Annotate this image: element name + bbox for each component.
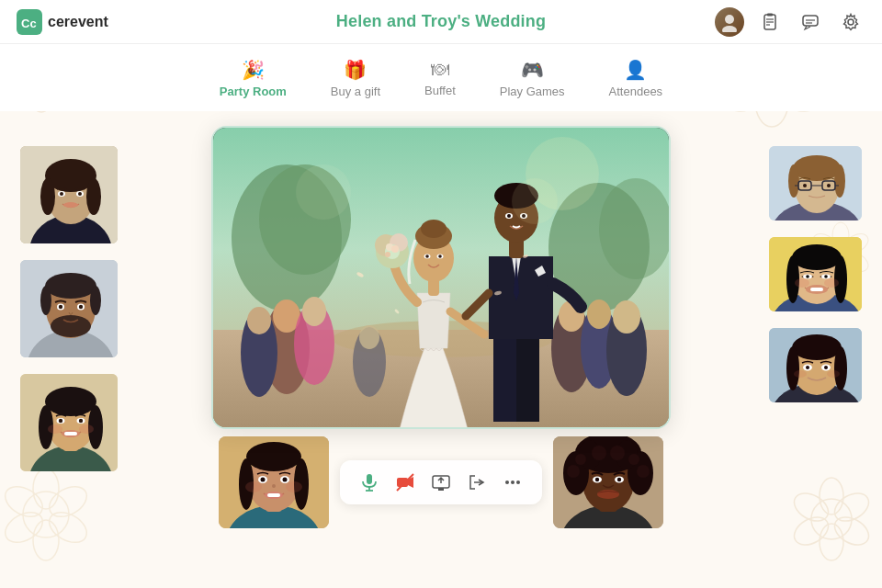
wedding-scene	[213, 128, 671, 429]
attendee-thumb-2[interactable]	[18, 258, 119, 359]
svg-rect-126	[493, 334, 516, 422]
svg-point-188	[595, 478, 599, 481]
svg-point-114	[421, 220, 447, 238]
buffet-label: Buffet	[424, 84, 456, 97]
main-content	[0, 111, 882, 588]
svg-point-98	[302, 297, 326, 326]
svg-point-66	[90, 286, 101, 315]
chat-icon	[801, 13, 820, 31]
event-title: Helen and Troy's Wedding	[336, 12, 546, 31]
svg-rect-38	[767, 13, 773, 16]
svg-point-154	[272, 484, 276, 488]
share-screen-button[interactable]	[430, 468, 451, 497]
attendee-thumb-right-3[interactable]	[767, 326, 864, 404]
svg-point-205	[827, 184, 831, 187]
svg-point-168	[511, 481, 514, 484]
settings-icon	[842, 13, 860, 31]
svg-point-82	[59, 419, 62, 423]
svg-point-71	[79, 305, 83, 309]
svg-point-124	[391, 245, 399, 253]
more-options-button[interactable]	[503, 468, 524, 497]
svg-point-64	[45, 273, 96, 299]
svg-point-167	[505, 481, 509, 484]
attendee-thumb-3[interactable]	[18, 372, 119, 473]
svg-point-70	[59, 305, 62, 309]
gift-label: Buy a gift	[331, 85, 380, 98]
svg-rect-85	[64, 432, 77, 435]
svg-point-125	[385, 252, 390, 257]
svg-point-204	[803, 184, 807, 187]
video-controls	[340, 460, 542, 504]
svg-point-104	[587, 300, 611, 329]
tab-buffet[interactable]: 🍽 Buffet	[417, 55, 463, 102]
svg-rect-156	[267, 493, 280, 497]
svg-point-217	[824, 275, 828, 278]
svg-point-136	[512, 178, 558, 224]
navigation-tabs: 🎉 Party Room 🎁 Buy a gift 🍽 Buffet 🎮 Pla…	[0, 44, 882, 111]
video-toggle-button[interactable]	[394, 468, 415, 497]
attendee-thumb-1[interactable]	[18, 144, 119, 245]
svg-point-133	[507, 214, 511, 218]
chat-button[interactable]	[796, 7, 825, 37]
svg-point-152	[261, 478, 266, 482]
svg-point-182	[610, 446, 625, 460]
svg-text:Cc: Cc	[21, 17, 37, 30]
svg-point-233	[824, 366, 828, 369]
svg-point-106	[613, 300, 640, 334]
attendee-thumb-right-2[interactable]	[767, 235, 864, 313]
bottom-row	[219, 436, 663, 528]
tab-play-games[interactable]: 🎮 Play Games	[492, 55, 572, 102]
attendee-face-bottom-2	[553, 436, 663, 528]
settings-button[interactable]	[836, 7, 865, 37]
svg-point-228	[786, 346, 799, 390]
svg-point-87	[79, 424, 94, 434]
svg-point-213	[834, 255, 847, 303]
clipboard-button[interactable]	[755, 7, 785, 37]
svg-point-211	[792, 244, 842, 270]
svg-point-220	[795, 278, 809, 288]
svg-rect-219	[810, 288, 823, 291]
svg-point-117	[425, 254, 429, 258]
tab-attendees[interactable]: 👤 Attendees	[602, 55, 671, 102]
svg-point-221	[824, 278, 839, 288]
svg-point-65	[40, 286, 51, 315]
svg-point-189	[617, 478, 621, 481]
attendee-face-3	[20, 374, 119, 473]
header: Cc cerevent Helen and Troy's Wedding	[0, 0, 882, 44]
attendee-face-bottom-1	[219, 436, 329, 528]
svg-point-153	[283, 478, 288, 482]
video-off-icon	[396, 473, 414, 492]
attendee-thumb-right-1[interactable]	[767, 144, 864, 222]
attendee-face-right-1	[769, 146, 864, 222]
svg-point-198	[834, 164, 845, 198]
svg-point-52	[40, 178, 55, 215]
svg-point-212	[786, 255, 799, 303]
share-screen-icon	[432, 473, 450, 492]
games-icon: 🎮	[521, 59, 544, 81]
games-label: Play Games	[500, 85, 565, 98]
user-avatar[interactable]	[715, 7, 744, 37]
svg-point-67	[51, 315, 91, 337]
svg-point-185	[637, 465, 650, 478]
tab-party-room[interactable]: 🎉 Party Room	[212, 55, 294, 102]
microphone-button[interactable]	[358, 468, 379, 497]
left-attendees	[18, 126, 138, 473]
leave-button[interactable]	[467, 468, 488, 497]
svg-point-158	[286, 481, 302, 492]
party-room-icon: 🎉	[242, 59, 265, 81]
svg-point-83	[79, 419, 83, 423]
attendee-face-2	[20, 260, 119, 359]
mic-icon	[360, 473, 379, 492]
header-actions	[715, 7, 865, 37]
svg-point-56	[60, 192, 63, 196]
leave-icon	[468, 473, 486, 492]
attendee-thumb-bottom-2[interactable]	[553, 436, 663, 528]
attendee-thumb-bottom-1[interactable]	[219, 436, 329, 528]
svg-rect-159	[367, 474, 372, 484]
svg-point-147	[246, 442, 301, 471]
svg-point-234	[794, 370, 807, 378]
svg-point-86	[48, 424, 62, 434]
tab-buy-gift[interactable]: 🎁 Buy a gift	[323, 55, 388, 102]
svg-point-35	[725, 15, 734, 24]
buffet-icon: 🍽	[431, 59, 449, 80]
